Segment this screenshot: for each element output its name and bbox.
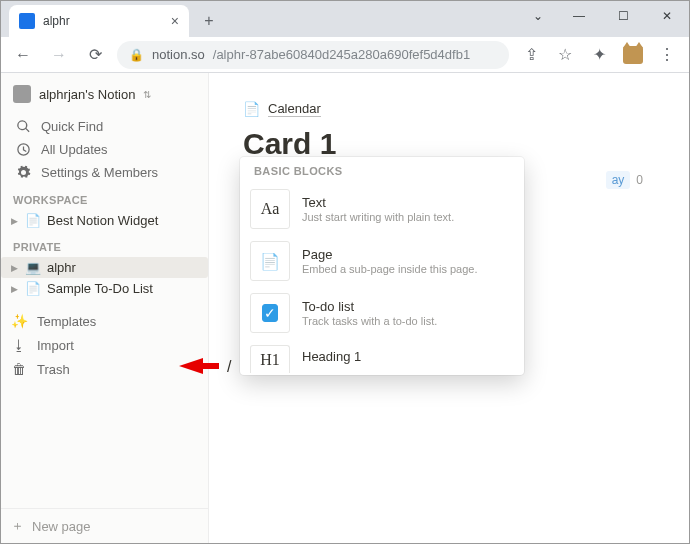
slash-command-input[interactable]: / [227,358,231,376]
menu-item-desc: Track tasks with a to-do list. [302,315,437,327]
section-private-label: PRIVATE [1,231,208,257]
caret-icon[interactable]: ▶ [9,216,19,226]
tab-title: alphr [43,14,70,28]
slash-menu: BASIC BLOCKS Aa Text Just start writing … [240,157,524,375]
breadcrumb[interactable]: 📄 Calendar [243,101,655,117]
heading1-block-icon: H1 [250,345,290,373]
menu-item-text[interactable]: Aa Text Just start writing with plain te… [240,183,524,235]
workspace-name: alphrjan's Notion [39,87,135,102]
sidebar-page-best-notion-widget[interactable]: ▶ 📄 Best Notion Widget [1,210,208,231]
sidebar-templates[interactable]: ✨ Templates [1,309,208,333]
tab-overflow-icon[interactable]: ⌄ [519,1,557,31]
page-content: 📄 Calendar Card 1 ay0 / BASIC BLOCKS Aa [209,73,689,543]
sidebar: alphrjan's Notion ⇅ Quick Find All Updat… [1,73,209,543]
new-page-label: New page [32,519,91,534]
page-icon: 📄 [25,213,41,228]
caret-icon[interactable]: ▶ [9,284,19,294]
sidebar-quick-find[interactable]: Quick Find [5,115,204,138]
nav-forward-button[interactable]: → [45,41,73,69]
all-updates-label: All Updates [41,142,107,157]
gear-icon [15,165,31,180]
window-close-button[interactable]: ✕ [645,1,689,31]
browser-menu-icon[interactable]: ⋮ [653,41,681,69]
menu-item-label: Heading 1 [302,349,361,364]
today-count: 0 [636,173,643,187]
document-icon: 📄 [243,101,260,117]
new-tab-button[interactable]: + [195,7,223,35]
workspace-switcher[interactable]: alphrjan's Notion ⇅ [1,73,208,115]
menu-item-desc: Just start writing with plain text. [302,211,454,223]
address-bar[interactable]: 🔒 notion.so/alphr-87abe60840d245a280a690… [117,41,509,69]
titlebar: alphr × + ⌄ ― ☐ ✕ [1,1,689,37]
url-path: /alphr-87abe60840d245a280a690fef5d4dfb1 [213,47,470,62]
tab-close-icon[interactable]: × [171,14,179,28]
today-chip: ay0 [606,173,643,187]
import-label: Import [37,338,74,353]
window-minimize-button[interactable]: ― [557,1,601,31]
menu-item-page[interactable]: 📄 Page Embed a sub-page inside this page… [240,235,524,287]
caret-icon[interactable]: ▶ [9,263,19,273]
bookmark-star-icon[interactable]: ☆ [551,41,579,69]
section-workspace-label: WORKSPACE [1,184,208,210]
page-icon: 📄 [25,281,41,296]
browser-tab[interactable]: alphr × [9,5,189,37]
menu-item-heading1[interactable]: H1 Heading 1 [240,339,524,375]
sidebar-page-alphr[interactable]: ▶ 💻 alphr [1,257,208,278]
sidebar-import[interactable]: ⭳ Import [1,333,208,357]
nav-back-button[interactable]: ← [9,41,37,69]
trash-icon: 🗑 [11,361,27,377]
clock-icon [15,142,31,157]
settings-label: Settings & Members [41,165,158,180]
slash-text: / [227,358,231,375]
sidebar-all-updates[interactable]: All Updates [5,138,204,161]
window-maximize-button[interactable]: ☐ [601,1,645,31]
menu-item-label: Text [302,195,454,210]
text-block-icon: Aa [250,189,290,229]
sidebar-page-sample-todo[interactable]: ▶ 📄 Sample To-Do List [1,278,208,299]
lock-icon: 🔒 [129,48,144,62]
extensions-icon[interactable]: ✦ [585,41,613,69]
today-label: ay [606,171,631,189]
sidebar-settings[interactable]: Settings & Members [5,161,204,184]
browser-window: alphr × + ⌄ ― ☐ ✕ ← → ⟳ 🔒 notion.so/alph… [0,0,690,544]
page-label: Best Notion Widget [47,213,158,228]
page-label: Sample To-Do List [47,281,153,296]
plus-icon: ＋ [11,517,24,535]
page-icon: 💻 [25,260,41,275]
import-icon: ⭳ [11,337,27,353]
menu-item-label: To-do list [302,299,437,314]
notion-app: alphrjan's Notion ⇅ Quick Find All Updat… [1,73,689,543]
templates-icon: ✨ [11,313,27,329]
url-host: notion.so [152,47,205,62]
menu-item-label: Page [302,247,478,262]
nav-reload-button[interactable]: ⟳ [81,41,109,69]
window-controls: ⌄ ― ☐ ✕ [519,1,689,31]
profile-avatar[interactable] [619,41,647,69]
sidebar-trash[interactable]: 🗑 Trash [1,357,208,381]
page-label: alphr [47,260,76,275]
chevron-updown-icon: ⇅ [143,89,151,100]
tab-favicon [19,13,35,29]
todo-block-icon: ✓ [250,293,290,333]
trash-label: Trash [37,362,70,377]
menu-section-header: BASIC BLOCKS [240,157,524,183]
menu-item-todo[interactable]: ✓ To-do list Track tasks with a to-do li… [240,287,524,339]
browser-toolbar: ← → ⟳ 🔒 notion.so/alphr-87abe60840d245a2… [1,37,689,73]
sidebar-new-page[interactable]: ＋ New page [1,508,208,543]
page-block-icon: 📄 [250,241,290,281]
quick-find-label: Quick Find [41,119,103,134]
workspace-icon [13,85,31,103]
search-icon [15,119,31,134]
menu-item-desc: Embed a sub-page inside this page. [302,263,478,275]
templates-label: Templates [37,314,96,329]
breadcrumb-calendar[interactable]: Calendar [268,101,321,117]
annotation-arrow [179,354,219,382]
page-title[interactable]: Card 1 [243,127,655,161]
share-icon[interactable]: ⇪ [517,41,545,69]
svg-marker-0 [179,358,219,374]
